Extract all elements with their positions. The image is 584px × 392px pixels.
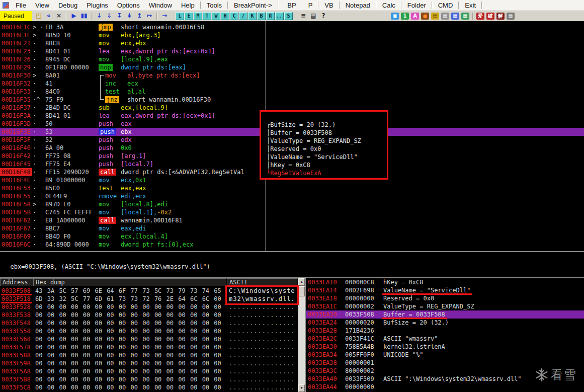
- record-icon[interactable]: ●: [421, 13, 429, 20]
- stack-row[interactable]: 0033EA3800000001: [306, 359, 584, 367]
- menu-tools[interactable]: Tools: [202, 0, 226, 11]
- bookmark-icon[interactable]: ▤: [431, 13, 439, 20]
- menu-button-notepad[interactable]: Notepad: [341, 0, 375, 11]
- letter-button-w[interactable]: W: [212, 12, 220, 20]
- goto-icon[interactable]: →: [160, 12, 169, 20]
- scroll-thumb[interactable]: [298, 286, 305, 296]
- letter-button-c[interactable]: C: [230, 12, 238, 20]
- disasm-row[interactable]: 00D16F1E>8B5D 10movebx,[arg.3]: [0, 31, 584, 39]
- letter-button-r[interactable]: R: [266, 12, 275, 20]
- dump-row[interactable]: 0033F52800000000000000000000000000000000…: [0, 303, 298, 311]
- help-icon[interactable]: ?: [319, 12, 328, 20]
- letter-button-s[interactable]: S: [284, 12, 293, 20]
- close-icon[interactable]: ×: [54, 12, 63, 20]
- disasm-row[interactable]: 00D16F6C·64:890D 0000movdword ptr fs:[0]…: [0, 241, 584, 249]
- dump-row[interactable]: 0033F57800000000000000000000000000000000…: [0, 343, 298, 351]
- disasm-row[interactable]: 00D16F29·0F1F80 00000nopdword ptr ds:[ea…: [0, 63, 584, 71]
- stack-row[interactable]: 0033EA10000000C8hKey = 0xC8: [306, 278, 584, 286]
- scroll-down-button[interactable]: ▼: [298, 384, 305, 392]
- menu-plugins[interactable]: Plugins: [82, 0, 113, 11]
- letter-button-l[interactable]: L: [176, 12, 184, 20]
- dump-row[interactable]: 0033F5B800000000000000000000000000000000…: [0, 375, 298, 383]
- step-over-icon[interactable]: ⇓: [105, 12, 114, 20]
- menu-button-vb[interactable]: VB: [320, 0, 338, 11]
- menu-debug[interactable]: Debug: [54, 0, 82, 11]
- stack-row[interactable]: 0033EA1400D2F698ValueName = "ServiceDll": [306, 286, 584, 294]
- disasm-row[interactable]: 00D16F53·85C0testeax,eax: [0, 184, 584, 192]
- windows-list-icon[interactable]: ≡: [299, 12, 308, 20]
- letter-button-t[interactable]: T: [203, 12, 211, 20]
- letter-button-b[interactable]: B: [257, 12, 266, 20]
- disasm-row[interactable]: 00D16F5B·C745 FC FEFFFmov[local.1],-0x2: [0, 208, 584, 216]
- letter-button-breakpoints[interactable]: ...: [275, 12, 284, 20]
- dump-row[interactable]: 0033F54800000000000000000000000000000000…: [0, 319, 298, 327]
- letter-button-k[interactable]: K: [248, 12, 257, 20]
- pause-icon[interactable]: ▮▮: [79, 12, 89, 20]
- scroll-up-button[interactable]: ▲: [298, 278, 305, 286]
- dump-row[interactable]: 0033F53800000000000000000000000000000000…: [0, 311, 298, 319]
- dump-row[interactable]: 0033F55800000000000000000000000000000000…: [0, 327, 298, 335]
- disasm-row[interactable]: 00D16F33·84C0testal,al: [0, 88, 584, 96]
- disasm-row[interactable]: 00D16F35·^75 F9jnzshort wannamin.00D16F3…: [0, 96, 584, 104]
- run-to-cursor-icon[interactable]: ↦: [145, 12, 154, 20]
- resume-icon[interactable]: 1: [401, 13, 409, 20]
- stack-row[interactable]: 0033EA34005FF0F0UNICODE "%": [306, 351, 584, 359]
- menu-button-exit[interactable]: Exit: [460, 0, 480, 11]
- menu-options[interactable]: Options: [113, 0, 144, 11]
- stack-row[interactable]: 0033EA2C0033F41CASCII "wmassrv": [306, 335, 584, 343]
- run-icon[interactable]: ▶: [69, 12, 78, 20]
- menu-button-p[interactable]: P: [304, 0, 317, 11]
- disasm-row[interactable]: 00D16F23·8D41 01leaeax,dword ptr ds:[ecx…: [0, 47, 584, 55]
- disasm-row[interactable]: 00D16F58>897D E0mov[local.8],edi: [0, 200, 584, 208]
- letter-button-m[interactable]: M: [194, 12, 202, 20]
- dump-row[interactable]: 0033F59800000000000000000000000000000000…: [0, 359, 298, 367]
- calls-icon[interactable]: ▦: [451, 13, 459, 20]
- disasm-row[interactable]: 00D16F69·8B4D F0movecx,[local.4]: [0, 232, 584, 241]
- dump-row[interactable]: 0033F58800000000000000000000000000000000…: [0, 351, 298, 359]
- menu-button-bp[interactable]: BP: [283, 0, 300, 11]
- disasm-row[interactable]: 00D16F30>8A01moval,byte ptr ds:[ecx]: [0, 71, 584, 80]
- letter-button-slash[interactable]: /: [239, 12, 247, 20]
- menu-button-cmd[interactable]: CMD: [434, 0, 458, 11]
- source-icon[interactable]: ▦: [461, 13, 469, 20]
- letter-button-e[interactable]: E: [185, 12, 193, 20]
- memory-map-icon[interactable]: ▤: [309, 12, 318, 20]
- dump-scrollbar[interactable]: ▲ ▼: [298, 278, 305, 392]
- disasm-row[interactable]: 00D16F32·41incecx: [0, 80, 584, 88]
- menu-file[interactable]: File: [11, 0, 31, 11]
- menu-breakpoint[interactable]: BreakPoint->: [229, 0, 277, 11]
- table-icon[interactable]: ▦: [507, 13, 515, 20]
- menu-view[interactable]: View: [31, 0, 54, 11]
- dump-row[interactable]: 0033F5C800000000000000000000000000000000…: [0, 383, 298, 391]
- stack-row[interactable]: 0033EA30758B5A4Bkernel32.lstrlenA: [306, 343, 584, 351]
- stack-row[interactable]: 0033EA1800000000Reserved = 0x0: [306, 294, 584, 302]
- patch-icon[interactable]: ▦: [441, 13, 449, 20]
- trace-into-icon[interactable]: ↧: [115, 12, 124, 20]
- stack-row[interactable]: 0033EA4400000000: [306, 383, 584, 391]
- letter-button-h[interactable]: H: [221, 12, 229, 20]
- menu-help[interactable]: Help: [177, 0, 199, 11]
- dump-row[interactable]: 0033F5A800000000000000000000000000000000…: [0, 367, 298, 375]
- disasm-row[interactable]: 00D16F1C> ·EB 3Ajmpshort wannamin.00D16F…: [0, 23, 584, 31]
- ai-icon[interactable]: 爱: [476, 13, 484, 20]
- po-icon[interactable]: 破: [486, 13, 494, 20]
- dump-row[interactable]: 0033F508433A5C57696E646F77735C7379737465…: [0, 287, 298, 295]
- trace-over-icon[interactable]: ↡: [125, 12, 134, 20]
- menu-window[interactable]: Window: [144, 0, 177, 11]
- stack-row[interactable]: 0033EA28171B4236: [306, 327, 584, 335]
- disasm-row[interactable]: 00D16F26·8945 DCmov[local.9],eax: [0, 55, 584, 63]
- disasm-row[interactable]: 00D16F21·8BCBmovecx,ebx: [0, 39, 584, 47]
- step-into-icon[interactable]: ↓: [95, 12, 104, 20]
- disasm-row[interactable]: 00D16F67·8BC7moveax,edi: [0, 224, 584, 232]
- dump-row[interactable]: 0033F56800000000000000000000000000000000…: [0, 335, 298, 343]
- until-return-icon[interactable]: ↥: [135, 12, 144, 20]
- stack-row[interactable]: 0033EA200033F508Buffer = 0033F508: [306, 310, 584, 319]
- stack-row[interactable]: 0033EA2400000020BufSize = 20 (32.): [306, 319, 584, 327]
- open-file-icon[interactable]: ◰: [34, 12, 43, 20]
- jie-icon[interactable]: 解: [496, 13, 505, 20]
- assemble-icon[interactable]: A: [411, 13, 419, 20]
- window-icon[interactable]: ▣: [391, 13, 399, 20]
- disasm-row[interactable]: 00D16F55·0F44F9cmoveedi,ecx: [0, 192, 584, 200]
- disasm-row[interactable]: 00D16F62·E8 1A000000callwannamin.00D16F8…: [0, 216, 584, 224]
- dump-row[interactable]: 0033F5186D33325C776D61737372762E646C6C00…: [0, 295, 298, 303]
